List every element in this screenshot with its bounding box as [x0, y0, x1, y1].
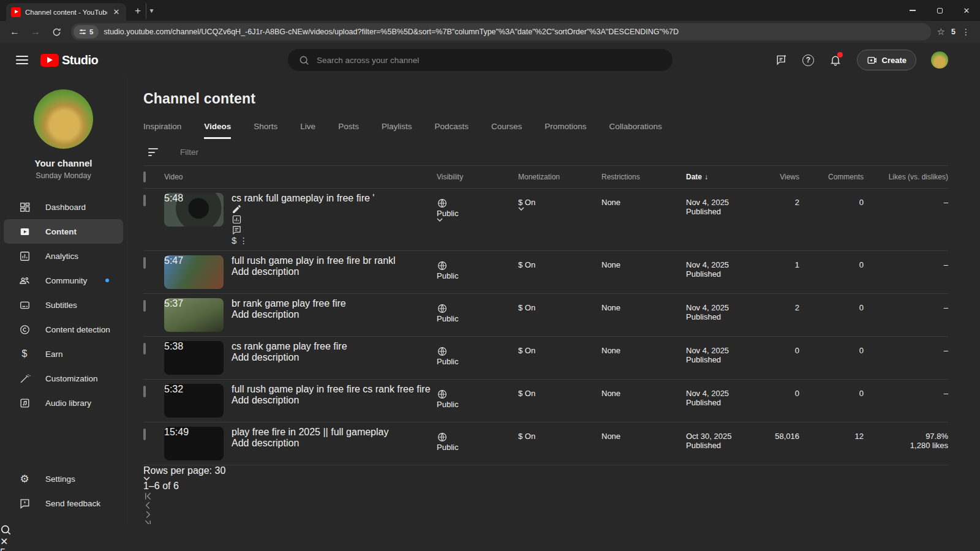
forward-icon[interactable]: → [27, 23, 44, 40]
monetization-cell[interactable]: $ On [518, 380, 601, 398]
visibility-cell[interactable]: Public [437, 380, 518, 409]
sidebar-item-analytics[interactable]: Analytics [4, 244, 123, 268]
row-checkbox[interactable] [143, 300, 146, 312]
header-likes[interactable]: Likes (vs. dislikes) [864, 173, 948, 181]
previous-page-icon[interactable] [143, 501, 948, 510]
tab-search-chevron-icon[interactable]: ▼ [146, 3, 157, 19]
video-thumbnail[interactable]: 15:49 [164, 427, 224, 460]
row-checkbox[interactable] [143, 195, 146, 206]
monetization-cell[interactable]: $ On [518, 422, 601, 441]
last-page-icon[interactable] [143, 519, 948, 524]
video-thumbnail[interactable]: 5:48 [164, 193, 224, 227]
tab-podcasts[interactable]: Podcasts [434, 122, 469, 139]
video-title[interactable]: cs rank full gameplay in free fire ' [232, 193, 374, 204]
add-description-link[interactable]: Add description [232, 352, 347, 363]
bookmark-star-icon[interactable]: ☆ [937, 26, 945, 37]
monetization-dropdown-icon[interactable] [518, 207, 601, 211]
visibility-cell[interactable]: Public [437, 189, 518, 222]
tab-shorts[interactable]: Shorts [254, 122, 277, 139]
sidebar-item-community[interactable]: Community [4, 268, 123, 293]
sidebar-item-send-feedback[interactable]: Send feedback [4, 491, 123, 515]
visibility-cell[interactable]: Public [437, 337, 518, 366]
sidebar-item-audio-library[interactable]: Audio library [4, 391, 123, 415]
video-title[interactable]: play free fire in 2025 || full gameplay [232, 427, 388, 438]
video-title[interactable]: full rush game play in free fire cs rank… [232, 384, 431, 395]
sidebar-item-earn[interactable]: $ Earn [4, 342, 123, 366]
add-description-link[interactable]: Add description [232, 309, 346, 320]
sidebar-item-customization[interactable]: Customization [4, 366, 123, 391]
sidebar-item-dashboard[interactable]: Dashboard [4, 195, 123, 219]
browser-profile-badge[interactable]: 5 [951, 28, 956, 36]
tab-inspiration[interactable]: Inspiration [143, 122, 181, 139]
taskbar-search-icon[interactable] [0, 524, 980, 536]
url-text[interactable]: studio.youtube.com/channel/UCQZv6qH_-6J1… [104, 28, 928, 36]
video-row[interactable]: 5:32 full rush game play in free fire cs… [143, 380, 948, 422]
video-row[interactable]: 5:47 full rush game play in free fire br… [143, 251, 948, 294]
monetization-cell[interactable]: $ On [518, 251, 601, 269]
active-browser-icon[interactable]: 5 [0, 547, 980, 551]
header-restrictions[interactable]: Restrictions [601, 173, 686, 181]
help-icon[interactable]: ? [801, 52, 816, 68]
video-thumbnail[interactable]: 5:47 [164, 255, 224, 289]
video-thumbnail[interactable]: 5:38 [164, 341, 224, 375]
tab-videos[interactable]: Videos [204, 122, 231, 139]
analytics-row-icon[interactable] [232, 214, 374, 225]
monetization-row-icon[interactable]: $ [232, 235, 236, 246]
new-tab-button[interactable]: + [130, 3, 146, 19]
visibility-cell[interactable]: Public [437, 422, 518, 452]
video-row[interactable]: 5:37 br rank game play free fire Add des… [143, 294, 948, 337]
row-checkbox[interactable] [143, 257, 146, 269]
search-input[interactable] [317, 56, 662, 65]
video-title[interactable]: full rush game play in free fire br rank… [232, 255, 396, 266]
header-date[interactable]: Date↓ [686, 173, 744, 181]
video-title[interactable]: cs rank game play free fire [232, 341, 347, 352]
restore-button[interactable] [926, 0, 953, 21]
row-checkbox[interactable] [143, 429, 146, 440]
header-visibility[interactable]: Visibility [437, 173, 518, 181]
sidebar-item-settings[interactable]: ⚙ Settings [4, 467, 123, 491]
menu-hamburger-icon[interactable] [16, 56, 28, 64]
video-thumbnail[interactable]: 5:32 [164, 384, 224, 418]
first-page-icon[interactable] [143, 492, 948, 501]
create-button[interactable]: Create [857, 50, 916, 70]
rows-per-page-value[interactable]: 30 [215, 465, 226, 476]
add-description-link[interactable]: Add description [232, 395, 431, 406]
sidebar-item-content-detection[interactable]: Content detection [4, 317, 123, 342]
sidebar-item-subtitles[interactable]: Subtitles [4, 293, 123, 317]
studio-search-bar[interactable] [288, 49, 673, 71]
rows-per-page-dropdown-icon[interactable] [143, 476, 948, 481]
select-all-checkbox[interactable] [143, 171, 146, 182]
monetization-cell[interactable]: $ On [518, 294, 601, 312]
browser-tab[interactable]: Channel content - YouTube Stu ✕ [6, 3, 126, 21]
comments-row-icon[interactable] [232, 225, 374, 235]
tab-promotions[interactable]: Promotions [545, 122, 586, 139]
monetization-cell[interactable]: $ On [518, 337, 601, 355]
tab-playlists[interactable]: Playlists [382, 122, 412, 139]
tab-posts[interactable]: Posts [338, 122, 359, 139]
header-video[interactable]: Video [164, 173, 437, 181]
tab-courses[interactable]: Courses [491, 122, 522, 139]
add-description-link[interactable]: Add description [232, 438, 388, 449]
video-row[interactable]: 5:48 cs rank full gameplay in free fire … [143, 189, 948, 251]
notifications-bell-icon[interactable] [827, 52, 843, 68]
sidebar-item-content[interactable]: Content [4, 219, 123, 244]
header-views[interactable]: Views [744, 173, 799, 181]
reload-icon[interactable] [48, 23, 65, 40]
site-permissions-chip[interactable]: 5 [74, 25, 99, 39]
back-icon[interactable]: ← [6, 23, 23, 40]
row-checkbox[interactable] [143, 343, 146, 354]
video-thumbnail[interactable]: 5:37 [164, 298, 224, 332]
video-row[interactable]: 15:49 play free fire in 2025 || full gam… [143, 422, 948, 465]
monetization-cell[interactable]: $ On [518, 189, 601, 211]
tab-live[interactable]: Live [300, 122, 315, 139]
close-button[interactable]: ✕ [953, 0, 980, 21]
minimize-button[interactable] [899, 0, 926, 21]
video-title[interactable]: br rank game play free fire [232, 298, 346, 309]
youtube-studio-logo[interactable]: Studio [40, 53, 98, 67]
header-comments[interactable]: Comments [799, 173, 864, 181]
comments-cell[interactable]: 0 [859, 198, 864, 207]
visibility-cell[interactable]: Public [437, 294, 518, 323]
row-options-kebab-icon[interactable]: ⋮ [239, 236, 248, 246]
channel-avatar[interactable] [34, 89, 93, 149]
visibility-dropdown-icon[interactable] [437, 218, 518, 222]
